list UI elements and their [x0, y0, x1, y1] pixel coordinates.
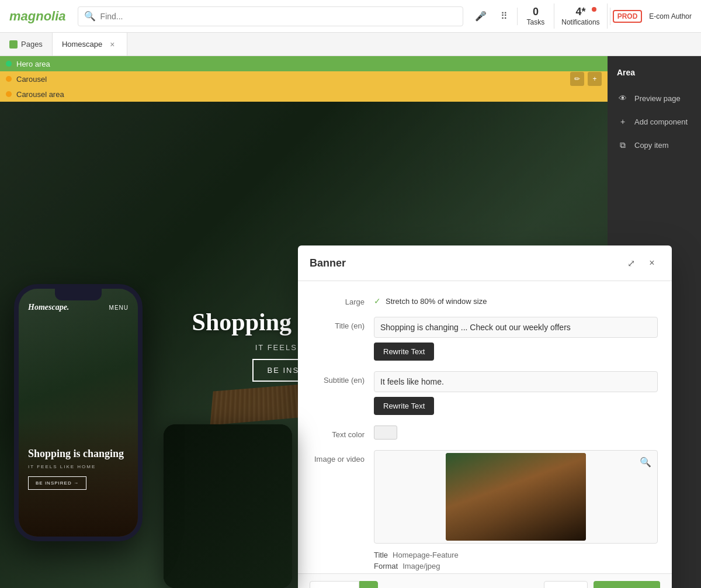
phone-cta-button[interactable]: BE INSPIRED → [28, 476, 86, 490]
modal-header-actions: ⤢ × [623, 255, 660, 271]
carousel-area-bar[interactable]: Carousel area [0, 87, 608, 102]
hero-area-bar[interactable]: Hero area [0, 56, 608, 71]
language-select[interactable]: English [310, 581, 359, 588]
tab-homescape[interactable]: Homescape × [53, 33, 127, 56]
search-bar[interactable]: 🔍 [78, 6, 463, 26]
phone-header: Homescape. MENU [19, 303, 138, 312]
phone-subtitle: IT FEELS LIKE HOME [28, 464, 129, 469]
search-icon: 🔍 [84, 11, 96, 22]
tasks-label: Tasks [527, 18, 545, 26]
phone-menu: MENU [109, 305, 129, 311]
modal-expand-button[interactable]: ⤢ [623, 255, 639, 271]
nav-actions: 🎤 ⠿ 0 Tasks 4* Notifications PROD E-com … [470, 4, 692, 29]
hero-area-label: Hero area [16, 60, 50, 68]
modal-footer: English ▾ Cancel Save changes [298, 573, 672, 588]
color-swatch[interactable] [374, 426, 397, 440]
image-meta: Title Homepage-Feature Format Image/jpeg [374, 551, 658, 570]
phone-title: Shopping is changing [28, 447, 129, 461]
copy-label: Copy item [634, 141, 669, 150]
image-format-row: Format Image/jpeg [374, 562, 658, 570]
image-field[interactable]: 🔍 [374, 450, 658, 544]
area-bars: Hero area Carousel ✏ + Carousel area [0, 56, 608, 102]
modal-body: Large ✓ Stretch to 80% of window size Ti… [298, 281, 672, 573]
nav-divider [517, 8, 518, 25]
user-label: E-com Author [649, 12, 692, 20]
env-badge: PROD [613, 10, 643, 23]
notifications-label: Notifications [561, 18, 599, 26]
carousel-actions: ✏ + [570, 72, 602, 86]
image-search-icon[interactable]: 🔍 [640, 456, 651, 468]
preview-page-button[interactable]: 👁 Preview page [608, 87, 701, 110]
image-title-row: Title Homepage-Feature [374, 551, 658, 559]
notifications-button[interactable]: 4* Notifications [554, 4, 607, 29]
image-title-meta-label: Title [374, 551, 388, 559]
image-label: Image or video [312, 450, 365, 464]
phone-mockup: Homescape. MENU Shopping is changing IT … [14, 284, 143, 541]
image-preview-inner [446, 453, 586, 541]
phone-cta-text: BE INSPIRED → [36, 480, 79, 486]
tasks-count: 0 [533, 6, 539, 18]
carousel-area-label: Carousel area [16, 90, 64, 99]
phone-notch [55, 289, 102, 300]
preview-icon: 👁 [617, 92, 629, 104]
hero-dot [6, 61, 12, 67]
carousel-bar[interactable]: Carousel ✏ + [0, 71, 608, 87]
rewrite-subtitle-button[interactable]: Rewrite Text [374, 397, 434, 415]
title-label: Title (en) [312, 317, 365, 330]
add-component-button[interactable]: + Add component [608, 110, 701, 133]
edit-carousel-button[interactable]: ✏ [570, 72, 584, 86]
tab-close-button[interactable]: × [107, 39, 117, 50]
large-checkbox-row: ✓ Stretch to 80% of window size [374, 293, 658, 306]
search-input[interactable] [100, 12, 457, 21]
save-changes-button[interactable]: Save changes [594, 581, 660, 588]
phone2-frame [164, 424, 292, 588]
large-label: Large [312, 293, 365, 306]
modal-header: Banner ⤢ × [298, 245, 672, 281]
subtitle-label: Subtitle (en) [312, 371, 365, 385]
grid-button[interactable]: ⠿ [494, 6, 515, 27]
phone-logo: Homescape. [28, 303, 69, 312]
add-icon: + [617, 116, 629, 127]
image-field-row: Image or video 🔍 Title Homepage-Feature … [312, 450, 658, 570]
app-logo: magnolia [9, 9, 66, 24]
top-nav: magnolia 🔍 🎤 ⠿ 0 Tasks 4* Notifications … [0, 0, 701, 33]
pages-tab-label: Pages [21, 40, 43, 49]
modal-title: Banner [310, 257, 346, 269]
banner-modal: Banner ⤢ × Large ✓ Stretch to 80% of win… [298, 245, 672, 588]
cancel-button[interactable]: Cancel [544, 581, 587, 588]
title-input[interactable] [374, 317, 658, 338]
title-content: Rewrite Text [374, 317, 658, 361]
carousel-label: Carousel [16, 75, 47, 84]
phone2-screen [164, 424, 292, 588]
active-tab-label: Homescape [62, 40, 102, 49]
add-label: Add component [634, 117, 688, 126]
image-preview [446, 453, 586, 541]
large-content: ✓ Stretch to 80% of window size [374, 293, 658, 306]
language-dropdown-button[interactable]: ▾ [359, 581, 378, 588]
add-carousel-button[interactable]: + [588, 72, 602, 86]
rewrite-title-button[interactable]: Rewrite Text [374, 343, 434, 361]
copy-icon: ⧉ [617, 139, 629, 151]
copy-item-button[interactable]: ⧉ Copy item [608, 133, 701, 157]
carousel-dot [6, 76, 12, 82]
image-format-meta-label: Format [374, 562, 398, 570]
tab-pages[interactable]: Pages [0, 33, 53, 56]
phone2-mockup [164, 424, 292, 588]
image-format-value: Image/jpeg [402, 562, 440, 570]
image-content: 🔍 Title Homepage-Feature Format Image/jp… [374, 450, 658, 570]
large-checkbox-label: Stretch to 80% of window size [386, 297, 487, 306]
footer-buttons: Cancel Save changes [544, 581, 660, 588]
modal-close-button[interactable]: × [644, 255, 660, 271]
large-checkmark: ✓ [374, 296, 381, 306]
notification-dot [592, 7, 596, 12]
nav-divider-2 [610, 8, 610, 25]
phone-content: Shopping is changing IT FEELS LIKE HOME … [28, 447, 129, 490]
notifications-count: 4* [575, 6, 585, 18]
image-title-value: Homepage-Feature [393, 551, 459, 559]
mic-button[interactable]: 🎤 [470, 6, 491, 27]
text-color-content [374, 426, 658, 440]
tasks-button[interactable]: 0 Tasks [520, 4, 552, 29]
subtitle-input[interactable] [374, 371, 658, 392]
subtitle-content: Rewrite Text [374, 371, 658, 415]
pages-icon [9, 40, 18, 49]
